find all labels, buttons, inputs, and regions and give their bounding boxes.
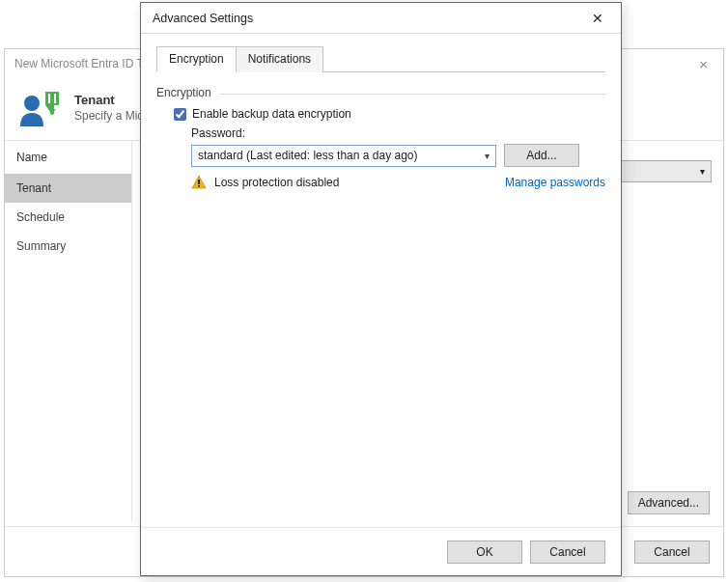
wizard-step-subtitle: Specify a Mic: [74, 109, 143, 123]
encryption-group: Encryption Enable backup data encryption…: [156, 86, 605, 190]
dialog-title-bar: Advanced Settings ✕: [141, 3, 621, 34]
wizard-header-titles: Tenant Specify a Mic: [74, 93, 143, 123]
chevron-down-icon: ▾: [700, 166, 705, 177]
svg-point-0: [24, 96, 40, 111]
warning-text: Loss protection disabled: [214, 176, 339, 189]
enable-encryption-row: Enable backup data encryption: [156, 107, 605, 121]
tab-encryption-label: Encryption: [169, 52, 224, 66]
password-label-row: Password:: [156, 126, 605, 140]
password-label: Password:: [191, 126, 245, 140]
cancel-button-label: Cancel: [549, 545, 585, 559]
svg-rect-2: [198, 185, 200, 187]
group-title-row: Encryption: [156, 86, 605, 101]
warning-icon: [191, 175, 207, 190]
warning-row: Loss protection disabled Manage password…: [156, 175, 605, 190]
svg-rect-1: [198, 180, 200, 184]
advanced-settings-dialog: Advanced Settings ✕ Encryption Notificat…: [140, 2, 622, 576]
advanced-button[interactable]: Advanced...: [628, 491, 710, 514]
enable-encryption-checkbox[interactable]: [174, 108, 186, 121]
chevron-down-icon: ▾: [485, 151, 490, 161]
tab-notifications[interactable]: Notifications: [236, 46, 323, 72]
sidebar-item-schedule[interactable]: Schedule: [5, 203, 131, 232]
wizard-cancel-button[interactable]: Cancel: [634, 540, 710, 564]
sidebar-heading: Name: [5, 141, 131, 174]
sidebar-item-tenant[interactable]: Tenant: [5, 174, 131, 203]
add-password-button[interactable]: Add...: [504, 144, 579, 167]
tenant-icon: [16, 84, 63, 130]
manage-passwords-link[interactable]: Manage passwords: [505, 176, 605, 189]
advanced-button-label: Advanced...: [638, 496, 699, 510]
add-password-label: Add...: [526, 149, 556, 162]
tab-strip: Encryption Notifications: [156, 45, 605, 72]
password-input-row: standard (Last edited: less than a day a…: [156, 144, 605, 167]
ok-button-label: OK: [476, 545, 492, 559]
cancel-button[interactable]: Cancel: [530, 540, 605, 564]
password-selected-value: standard (Last edited: less than a day a…: [198, 149, 417, 162]
dialog-body: Encryption Notifications Encryption Enab…: [141, 34, 621, 527]
wizard-cancel-label: Cancel: [654, 545, 689, 559]
tab-notifications-label: Notifications: [248, 52, 311, 66]
dialog-title: Advanced Settings: [153, 12, 253, 25]
group-title: Encryption: [156, 86, 211, 99]
close-icon[interactable]: ✕: [578, 5, 617, 32]
dialog-footer: OK Cancel: [141, 527, 621, 575]
password-select[interactable]: standard (Last edited: less than a day a…: [191, 145, 496, 167]
ok-button[interactable]: OK: [447, 540, 522, 564]
tab-encryption[interactable]: Encryption: [156, 46, 237, 72]
wizard-step-title: Tenant: [74, 93, 143, 107]
divider: [219, 94, 605, 95]
wizard-title: New Microsoft Entra ID Te: [14, 57, 149, 70]
enable-encryption-label: Enable backup data encryption: [192, 107, 351, 121]
wizard-close-icon[interactable]: ×: [691, 56, 715, 72]
sidebar-item-summary[interactable]: Summary: [5, 232, 131, 261]
wizard-sidebar: Name Tenant Schedule Summary: [5, 141, 132, 522]
